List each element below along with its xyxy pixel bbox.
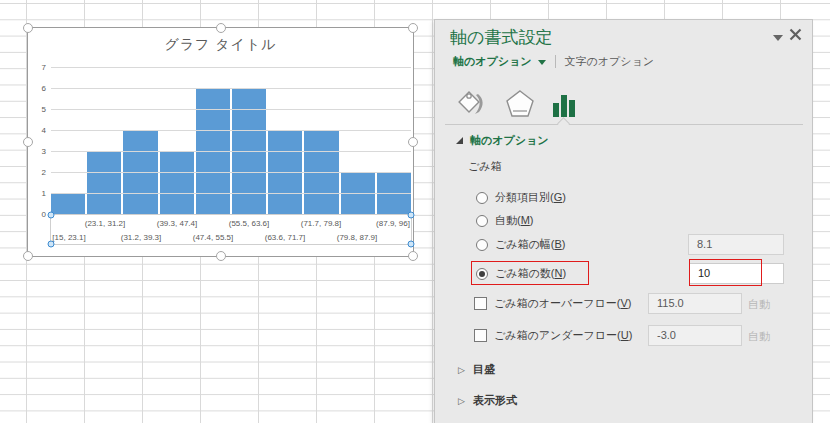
- histogram-bar[interactable]: [268, 131, 302, 215]
- overflow-bin-input[interactable]: 115.0: [648, 293, 742, 314]
- format-axis-pane: 軸の書式設定 軸のオプション 文字のオプション 軸のオプション: [434, 19, 813, 423]
- fill-and-line-icon[interactable]: [455, 88, 489, 118]
- option-bin-width-label: ごみ箱の幅(B): [495, 237, 565, 252]
- radio-by-category[interactable]: [476, 192, 488, 204]
- chart-resize-handle[interactable]: [216, 23, 226, 33]
- chart-title[interactable]: グラフ タイトル: [28, 36, 413, 54]
- y-tick-label: 1: [28, 189, 46, 198]
- axis-selection-handle[interactable]: [408, 241, 415, 248]
- histogram-bar[interactable]: [87, 152, 121, 215]
- gridline: [51, 130, 411, 131]
- checkbox-underflow-bin[interactable]: [474, 329, 487, 342]
- y-tick-label: 3: [28, 147, 46, 156]
- option-number-of-bins[interactable]: ごみ箱の数(N): [476, 266, 566, 281]
- bin-width-input[interactable]: 8.1: [688, 234, 784, 255]
- axis-selection-handle[interactable]: [48, 241, 55, 248]
- effects-icon[interactable]: [504, 88, 536, 118]
- option-automatic-label: 自動(M): [495, 213, 534, 228]
- pane-title: 軸の書式設定: [450, 26, 552, 49]
- tab-divider: [555, 55, 556, 68]
- option-automatic[interactable]: 自動(M): [476, 213, 534, 228]
- option-bin-width[interactable]: ごみ箱の幅(B): [476, 237, 565, 252]
- section-number-format[interactable]: ▷ 表示形式: [458, 393, 517, 408]
- checkbox-overflow-bin[interactable]: [474, 297, 487, 310]
- section-axis-options[interactable]: 軸のオプション: [456, 133, 549, 148]
- y-tick-label: 4: [28, 126, 46, 135]
- option-overflow-bin-label: ごみ箱のオーバーフロー(V): [494, 296, 631, 311]
- gridline: [51, 67, 411, 68]
- chart-resize-handle[interactable]: [216, 251, 226, 261]
- chevron-right-icon: ▷: [458, 365, 465, 375]
- bins-group-label: ごみ箱: [468, 159, 502, 174]
- option-by-category[interactable]: 分類項目別(G): [476, 190, 566, 205]
- option-by-category-label: 分類項目別(G): [495, 190, 566, 205]
- histogram-bar[interactable]: [51, 194, 85, 215]
- selected-tab-notch: [557, 117, 570, 130]
- section-tick-marks-label: 目盛: [473, 362, 495, 377]
- chevron-down-icon[interactable]: [773, 35, 783, 41]
- axis-selection-handle[interactable]: [408, 212, 415, 219]
- histogram-bar[interactable]: [341, 173, 375, 215]
- icon-tab-row: [455, 82, 577, 118]
- chevron-right-icon: ▷: [458, 396, 465, 406]
- radio-bin-width[interactable]: [476, 239, 488, 251]
- chart-resize-handle[interactable]: [23, 251, 33, 261]
- underflow-auto-label: 自動: [748, 329, 770, 344]
- tab-axis-options[interactable]: 軸のオプション: [453, 54, 546, 69]
- tab-text-options[interactable]: 文字のオプション: [565, 54, 655, 69]
- option-underflow-bin[interactable]: ごみ箱のアンダーフロー(U): [474, 328, 632, 343]
- histogram-bar[interactable]: [196, 89, 230, 215]
- radio-number-of-bins[interactable]: [476, 268, 488, 280]
- chart-object[interactable]: グラフ タイトル 01234567 [15, 23.1](23.1, 31.2]…: [27, 27, 414, 257]
- chart-resize-handle[interactable]: [408, 23, 418, 33]
- histogram-bar[interactable]: [123, 131, 157, 215]
- axis-selection-handle[interactable]: [48, 212, 55, 219]
- histogram-bar[interactable]: [160, 152, 194, 215]
- option-overflow-bin[interactable]: ごみ箱のオーバーフロー(V): [474, 296, 631, 311]
- y-tick-label: 5: [28, 105, 46, 114]
- gridline: [51, 109, 411, 110]
- close-icon[interactable]: [789, 28, 802, 41]
- section-axis-options-label: 軸のオプション: [470, 133, 549, 148]
- gridline: [51, 193, 411, 194]
- x-axis-selection[interactable]: [50, 214, 412, 245]
- chart-resize-handle[interactable]: [23, 137, 33, 147]
- collapse-triangle-icon: [456, 137, 463, 144]
- histogram-bar[interactable]: [232, 89, 266, 215]
- gridline: [51, 88, 411, 89]
- underflow-bin-input[interactable]: -3.0: [648, 325, 742, 346]
- chart-resize-handle[interactable]: [408, 137, 418, 147]
- gridline: [51, 172, 411, 173]
- radio-automatic[interactable]: [476, 215, 488, 227]
- y-tick-label: 0: [28, 210, 46, 219]
- tab-axis-options-label: 軸のオプション: [453, 55, 532, 67]
- number-of-bins-input[interactable]: 10: [689, 263, 784, 284]
- option-underflow-bin-label: ごみ箱のアンダーフロー(U): [494, 328, 632, 343]
- axis-options-icon[interactable]: [551, 92, 577, 118]
- plot-area[interactable]: [51, 68, 411, 215]
- section-number-format-label: 表示形式: [473, 393, 517, 408]
- chevron-down-icon: [538, 60, 546, 65]
- histogram-bar[interactable]: [304, 131, 338, 215]
- option-number-of-bins-label: ごみ箱の数(N): [495, 266, 566, 281]
- histogram-bar[interactable]: [377, 173, 411, 215]
- gridline: [51, 151, 411, 152]
- chart-resize-handle[interactable]: [23, 23, 33, 33]
- chart-resize-handle[interactable]: [408, 251, 418, 261]
- y-tick-label: 6: [28, 84, 46, 93]
- y-tick-label: 2: [28, 168, 46, 177]
- y-tick-label: 7: [28, 63, 46, 72]
- overflow-auto-label: 自動: [748, 297, 770, 312]
- section-tick-marks[interactable]: ▷ 目盛: [458, 362, 495, 377]
- pane-tabs: 軸のオプション 文字のオプション: [453, 54, 654, 69]
- pane-divider: [445, 124, 803, 125]
